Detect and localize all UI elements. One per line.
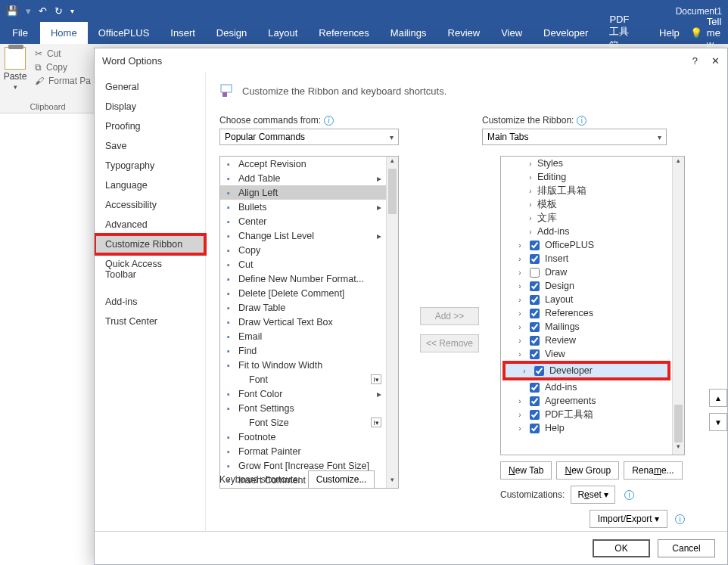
expand-icon[interactable]: ›	[516, 309, 524, 318]
scroll-down-icon[interactable]: ▾	[673, 442, 684, 455]
tree-item[interactable]: ›Editing	[501, 170, 672, 184]
nav-save[interactable]: Save	[95, 136, 205, 156]
tree-checkbox[interactable]	[530, 383, 540, 393]
import-export-button[interactable]: Import/Export ▾	[590, 510, 667, 528]
close-icon[interactable]: ✕	[711, 55, 720, 67]
expand-icon[interactable]: ›	[521, 367, 528, 375]
tab-review[interactable]: Review	[437, 22, 491, 44]
tree-item[interactable]: ›View	[501, 347, 672, 361]
remove-button[interactable]: << Remove	[420, 334, 479, 352]
nav-qat[interactable]: Quick Access Toolbar	[95, 254, 205, 284]
customize-ribbon-combo[interactable]: Main Tabs▾	[482, 129, 667, 145]
scroll-thumb[interactable]	[388, 169, 397, 214]
tab-view[interactable]: View	[490, 22, 533, 44]
command-item[interactable]: ▪Align Left	[220, 185, 386, 200]
nav-trust-center[interactable]: Trust Center	[95, 312, 205, 331]
tree-checkbox[interactable]	[530, 322, 540, 332]
command-item[interactable]: ▪Format Painter	[220, 444, 386, 458]
expand-icon[interactable]: ›	[527, 187, 534, 195]
command-item[interactable]: ▪Font Color▸	[220, 386, 386, 401]
tree-item[interactable]: ›Mailings	[501, 320, 672, 334]
tree-item[interactable]: ›排版工具箱	[501, 184, 672, 197]
command-item[interactable]: ▪Draw Table	[220, 300, 386, 315]
commands-listbox[interactable]: ▪Accept Revision▪Add Table▸▪Align Left▪B…	[219, 156, 399, 489]
tree-checkbox[interactable]	[534, 366, 544, 376]
tree-checkbox[interactable]	[530, 336, 540, 346]
command-item[interactable]: ▪Font Settings	[220, 401, 386, 415]
command-item[interactable]: ▪Copy	[220, 243, 386, 257]
nav-typography[interactable]: Typography	[95, 156, 205, 175]
move-up-button[interactable]: ▲	[709, 389, 727, 407]
command-item[interactable]: ▪Fit to Window Width	[220, 358, 386, 372]
scroll-up-icon[interactable]: ▴	[387, 157, 398, 169]
reset-button[interactable]: Reset ▾	[571, 486, 615, 504]
qat-dropdown-icon[interactable]: ▾	[70, 7, 74, 15]
tell-me[interactable]: 💡 Tell me w	[690, 22, 728, 44]
tree-item[interactable]: ›References	[501, 306, 672, 320]
tree-item[interactable]: ›Agreements	[501, 394, 672, 408]
command-item[interactable]: ▪Cut	[220, 257, 386, 272]
tree-checkbox[interactable]	[530, 268, 540, 278]
tab-home[interactable]: Home	[40, 22, 88, 44]
tree-item[interactable]: ›模板	[501, 197, 672, 211]
expand-icon[interactable]: ›	[516, 350, 524, 359]
nav-customize-ribbon[interactable]: Customize Ribbon	[95, 234, 205, 254]
nav-accessibility[interactable]: Accessibility	[95, 195, 205, 215]
tree-checkbox[interactable]	[530, 309, 540, 318]
info-icon[interactable]: i	[675, 514, 685, 524]
info-icon[interactable]: i	[624, 490, 634, 500]
choose-commands-combo[interactable]: Popular Commands▾	[219, 129, 399, 145]
tree-item[interactable]: ›Layout	[501, 293, 672, 306]
tree-checkbox[interactable]	[530, 295, 540, 305]
tree-item[interactable]: ›Developer	[506, 364, 667, 377]
expand-icon[interactable]: ›	[527, 173, 534, 182]
expand-icon[interactable]: ›	[527, 200, 534, 209]
scrollbar[interactable]: ▴ ▾	[672, 157, 684, 455]
command-item[interactable]: ▪Footnote	[220, 430, 386, 444]
tree-checkbox[interactable]	[530, 241, 540, 250]
tab-pdf[interactable]: PDF工具箱	[599, 22, 649, 44]
tree-checkbox[interactable]	[530, 424, 540, 433]
expand-icon[interactable]: ›	[516, 282, 524, 290]
expand-icon[interactable]: ›	[516, 296, 524, 304]
expand-icon[interactable]: ›	[516, 397, 524, 405]
redo-icon[interactable]: ↻	[54, 5, 63, 17]
expand-icon[interactable]: ›	[516, 424, 524, 433]
nav-proofing[interactable]: Proofing	[95, 116, 205, 136]
tree-item[interactable]: ›文库	[501, 211, 672, 225]
scroll-down-icon[interactable]: ▾	[387, 476, 398, 488]
tab-references[interactable]: References	[308, 22, 379, 44]
cancel-button[interactable]: Cancel	[658, 539, 715, 557]
rename-button[interactable]: Rename...	[624, 461, 682, 480]
add-button[interactable]: Add >>	[420, 307, 479, 325]
nav-addins[interactable]: Add-ins	[95, 292, 205, 312]
chevron-down-icon[interactable]: ▾	[14, 83, 17, 91]
expand-icon[interactable]: ›	[516, 269, 524, 277]
nav-display[interactable]: Display	[95, 97, 205, 116]
move-down-button[interactable]: ▼	[709, 413, 727, 431]
expand-icon[interactable]: ›	[516, 411, 524, 419]
tree-item[interactable]: ›Draw	[501, 265, 672, 279]
customize-shortcuts-button[interactable]: Customize...	[308, 470, 375, 489]
help-icon[interactable]: ?	[692, 55, 698, 67]
expand-icon[interactable]: ›	[516, 241, 524, 250]
command-item[interactable]: ▪Accept Revision	[220, 157, 386, 171]
command-item[interactable]: ▪Find	[220, 343, 386, 358]
expand-icon[interactable]: ›	[527, 160, 534, 168]
tree-checkbox[interactable]	[530, 281, 540, 291]
command-item[interactable]: ▪Center	[220, 214, 386, 228]
tree-item[interactable]: ›Insert	[501, 252, 672, 265]
new-group-button[interactable]: New Group	[556, 461, 619, 480]
tree-checkbox[interactable]	[530, 349, 540, 359]
tab-design[interactable]: Design	[206, 22, 257, 44]
info-icon[interactable]: i	[324, 116, 334, 126]
command-item[interactable]: ▪Font SizeI▾	[220, 415, 386, 430]
tree-item[interactable]: ›Design	[501, 279, 672, 293]
paste-button[interactable]: Paste ▾	[0, 44, 30, 102]
command-item[interactable]: ▪Email	[220, 329, 386, 343]
copy-button[interactable]: ⧉Copy	[30, 61, 95, 74]
tab-insert[interactable]: Insert	[160, 22, 206, 44]
tab-mailings[interactable]: Mailings	[380, 22, 437, 44]
nav-language[interactable]: Language	[95, 175, 205, 195]
tree-checkbox[interactable]	[530, 396, 540, 406]
